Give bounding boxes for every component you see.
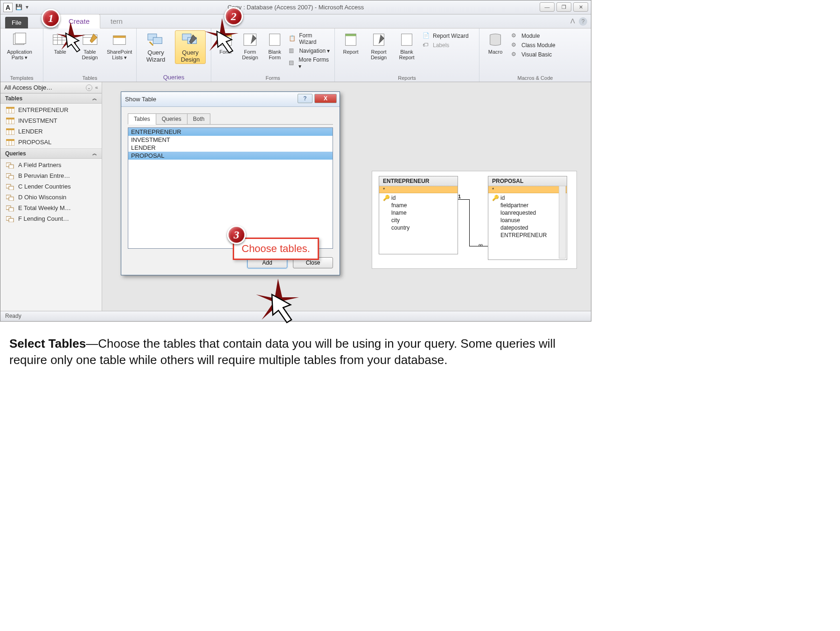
svg-rect-52 [9, 218, 14, 222]
module-button[interactable]: ⚙Module [511, 32, 555, 40]
nav-table-item[interactable]: LENDER [0, 126, 102, 137]
labels-icon: 🏷 [423, 42, 430, 49]
nav-query-item[interactable]: B Peruvian Entre… [0, 170, 102, 181]
query-wizard-button[interactable]: Query Wizard [140, 30, 171, 63]
scrollbar[interactable] [559, 186, 566, 259]
blank-form-button[interactable]: Blank Form [264, 30, 285, 60]
nav-dropdown-icon[interactable]: ⌄ [86, 84, 92, 91]
rel-field[interactable]: city [379, 217, 458, 224]
dialog-titlebar[interactable]: Show Table ? X [121, 92, 340, 107]
rel-field[interactable]: 🔑id [488, 194, 567, 202]
nav-pane-header[interactable]: All Access Obje… ⌄ « [0, 82, 102, 93]
rel-field[interactable]: loanrequested [488, 209, 567, 217]
qat-dropdown-icon[interactable]: ▾ [26, 4, 33, 11]
annotation-badge-2: 2 [224, 7, 243, 26]
rel-field[interactable]: loanuse [488, 217, 567, 224]
navigation-icon: ▥ [289, 47, 296, 55]
class-module-button[interactable]: ⚙Class Module [511, 42, 555, 49]
status-text: Ready [5, 313, 21, 319]
rel-field[interactable]: lname [379, 209, 458, 217]
caption-lead: Select Tables [9, 337, 86, 351]
rel-field[interactable]: dateposted [488, 224, 567, 231]
file-tab[interactable]: File [5, 17, 28, 28]
more-forms-button[interactable]: ▤More Forms ▾ [289, 56, 331, 70]
form-button[interactable]: Form [215, 30, 236, 55]
window-title: Copy : Database (Access 2007) - Microsof… [0, 4, 591, 11]
table-design-button[interactable]: Table Design [77, 30, 103, 60]
nav-category-queries[interactable]: Queries︽ [0, 148, 102, 159]
list-item[interactable]: INVESTMENT [128, 136, 333, 144]
help-icon[interactable]: ? [579, 17, 587, 26]
application-parts-button[interactable]: Application Parts ▾ [4, 30, 35, 61]
nav-table-item[interactable]: INVESTMENT [0, 115, 102, 126]
create-tab[interactable]: Create [58, 14, 100, 28]
list-item[interactable]: LENDER [128, 144, 333, 152]
svg-rect-42 [9, 165, 14, 168]
slide-caption: Select Tables—Choose the tables that con… [0, 322, 591, 387]
blank-form-icon [265, 31, 284, 48]
dialog-tab-queries[interactable]: Queries [156, 113, 187, 125]
maximize-button[interactable]: ❐ [556, 2, 571, 12]
nav-category-tables[interactable]: Tables︽ [0, 93, 102, 104]
rel-box-entrepreneur[interactable]: ENTREPRENEUR * 🔑idfnamelnamecitycountry [379, 176, 458, 254]
rel-field[interactable]: 🔑id [379, 194, 458, 202]
rel-box-proposal[interactable]: PROPOSAL * 🔑idfieldpartnerloanrequestedl… [488, 176, 567, 260]
nav-query-item[interactable]: D Ohio Wisconsin [0, 192, 102, 203]
wizard-icon: 📋 [289, 35, 296, 42]
report-design-icon [369, 31, 388, 48]
dialog-close-button[interactable]: X [314, 94, 337, 103]
vb-icon: ⚙ [511, 51, 519, 58]
form-design-button[interactable]: Form Design [240, 30, 261, 60]
dialog-title-text: Show Table [125, 96, 156, 103]
access-logo-icon: A [3, 3, 13, 12]
report-wizard-button[interactable]: 📄Report Wizard [423, 32, 469, 40]
blank-report-button[interactable]: Blank Report [395, 30, 419, 60]
rel-field[interactable]: fname [379, 202, 458, 209]
rel-field[interactable]: ENTREPRENEUR [488, 231, 567, 239]
svg-rect-26 [6, 107, 14, 109]
minimize-button[interactable]: — [540, 2, 555, 12]
nav-query-item[interactable]: E Total Weekly M… [0, 203, 102, 213]
nav-query-item[interactable]: C Lender Countries [0, 181, 102, 192]
list-item[interactable]: PROPOSAL [128, 152, 333, 160]
sharepoint-icon [110, 31, 129, 48]
application-parts-icon [10, 31, 29, 48]
external-tab-fragment[interactable]: tern [100, 14, 133, 28]
nav-query-item[interactable]: A Field Partners [0, 160, 102, 170]
query-design-button[interactable]: Query Design [175, 30, 206, 64]
nav-query-item[interactable]: F Lending Count… [0, 213, 102, 224]
macro-icon [486, 31, 505, 48]
navigation-button[interactable]: ▥Navigation ▾ [289, 47, 331, 55]
chevron-up-icon: ︽ [92, 150, 97, 157]
report-design-button[interactable]: Report Design [367, 30, 391, 60]
access-window: A 💾 ▾ Copy : Database (Access 2007) - Mi… [0, 0, 591, 322]
labels-button[interactable]: 🏷Labels [423, 42, 469, 49]
report-button[interactable]: Report [339, 30, 363, 55]
sharepoint-lists-button[interactable]: SharePoint Lists ▾ [106, 30, 132, 61]
dialog-tab-both[interactable]: Both [187, 113, 211, 125]
nav-table-item[interactable]: PROPOSAL [0, 137, 102, 147]
nav-table-item[interactable]: ENTREPRENEUR [0, 105, 102, 115]
group-templates: Application Parts ▾ Templates [0, 28, 43, 82]
save-icon[interactable]: 💾 [15, 4, 23, 11]
macro-button[interactable]: Macro [483, 30, 507, 55]
group-tables: Table Table Design SharePoint Lists ▾ Ta… [43, 28, 137, 82]
list-item[interactable]: ENTREPRENEUR [128, 128, 333, 136]
dialog-tab-tables[interactable]: Tables [128, 113, 156, 125]
svg-rect-30 [6, 118, 14, 119]
table-button[interactable]: Table [47, 30, 73, 55]
rel-field[interactable]: fieldpartner [488, 202, 567, 209]
table-icon [51, 31, 69, 48]
nav-collapse-button[interactable]: « [95, 84, 98, 91]
ribbon: Application Parts ▾ Templates Table Tabl… [0, 28, 591, 82]
ribbon-collapse-icon[interactable]: ᐱ [570, 17, 575, 26]
close-button[interactable]: ✕ [573, 2, 588, 12]
report-icon [341, 31, 360, 48]
form-wizard-button[interactable]: 📋Form Wizard [289, 32, 331, 45]
visual-basic-button[interactable]: ⚙Visual Basic [511, 51, 555, 58]
report-wizard-icon: 📄 [423, 32, 430, 40]
rel-field[interactable]: country [379, 224, 458, 231]
dialog-help-button[interactable]: ? [298, 94, 312, 103]
more-forms-icon: ▤ [289, 59, 296, 67]
module-icon: ⚙ [511, 32, 519, 40]
